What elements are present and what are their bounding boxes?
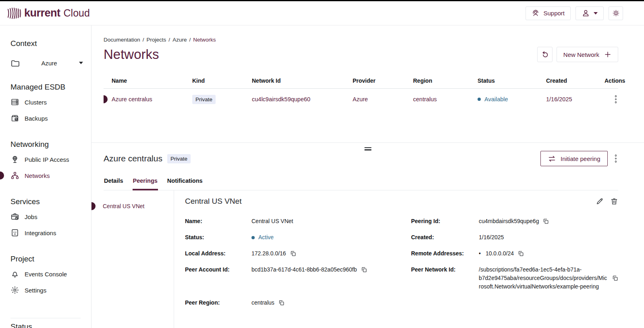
kind-badge: Private: [192, 95, 216, 104]
field-label-local-address: Local Address:: [185, 249, 251, 257]
bell-icon: [10, 270, 19, 278]
col-network-id: Network Id: [252, 77, 353, 84]
detail-tabs: Details Peerings Notifications: [104, 175, 618, 190]
peering-fields: Name: Central US VNet Peering Id: cu4mbd…: [185, 217, 618, 307]
copy-icon[interactable]: [290, 251, 296, 257]
detail-kind-badge: Private: [167, 154, 191, 163]
outlet-icon: [10, 228, 19, 237]
copy-icon[interactable]: [543, 218, 549, 224]
copy-icon[interactable]: [612, 275, 618, 281]
sidebar-item-backups[interactable]: Backups: [0, 110, 91, 126]
table-row[interactable]: Azure centralus Private cu4lc9airsdk59qu…: [104, 89, 618, 110]
status-section: Status: [0, 318, 91, 328]
initiate-peering-label: Initiate peering: [561, 155, 600, 162]
networking-heading: Networking: [10, 140, 91, 149]
networks-section: Documentation/Projects/Azure/Networks Ne…: [91, 25, 644, 142]
detail-kebab-icon[interactable]: [613, 153, 619, 164]
sidebar-item-label: Networks: [25, 172, 50, 179]
copy-icon[interactable]: [518, 251, 524, 257]
sidebar-item-jobs[interactable]: Jobs: [0, 209, 91, 225]
peering-list-item-label: Central US VNet: [103, 203, 144, 209]
status-heading: Status: [10, 322, 91, 328]
field-value-created: 1/16/2025: [479, 233, 618, 242]
peering-detail: Central US VNet: [174, 190, 644, 328]
sidebar-item-clusters[interactable]: Clusters: [0, 94, 91, 110]
field-label-status: Status:: [185, 233, 251, 241]
gear-icon: [10, 286, 19, 295]
context-heading: Context: [10, 39, 91, 48]
theme-toggle-button[interactable]: [609, 6, 623, 20]
sidebar-item-label: Public IP Access: [25, 156, 69, 163]
peering-heading: Central US VNet: [185, 197, 241, 206]
tab-details[interactable]: Details: [104, 175, 124, 190]
field-label-remote-addresses: Remote Addresses:: [411, 249, 479, 257]
field-label-peer-account-id: Peer Account Id:: [185, 265, 251, 274]
logo-suffix-text: Cloud: [64, 7, 90, 19]
initiate-peering-button[interactable]: Initiate peering: [540, 151, 607, 166]
cell-network-id: cu4lc9airsdk59qupe60: [252, 96, 353, 102]
new-network-label: New Network: [563, 51, 599, 58]
kurrent-cloud-logo[interactable]: kurrent Cloud: [7, 7, 90, 20]
field-value-peer-account-id: bcd1b37a-617d-4c61-8bb6-82a05ec960fb: [251, 265, 357, 274]
backups-icon: [10, 114, 19, 123]
folder-icon: [10, 58, 19, 67]
support-button[interactable]: Support: [526, 6, 571, 20]
sidebar-item-public-ip-access[interactable]: Public IP Access: [0, 151, 91, 167]
cell-name[interactable]: Azure centralus: [112, 96, 192, 102]
app-header: kurrent Cloud Support: [0, 1, 644, 25]
panel-divider: [91, 142, 644, 143]
logo-brand-text: kurrent: [24, 7, 60, 19]
row-actions-kebab-icon[interactable]: [613, 94, 619, 105]
breadcrumb-item-projects[interactable]: Projects: [147, 37, 166, 43]
clusters-icon: [10, 98, 19, 107]
field-label-name: Name:: [185, 217, 251, 225]
field-label-created: Created:: [411, 233, 479, 241]
briefcase-clock-icon: [10, 212, 19, 221]
field-value-remote-addresses: 10.0.0.0/24: [486, 249, 514, 258]
context-selector[interactable]: Azure: [10, 58, 83, 67]
col-actions: Actions: [605, 77, 625, 84]
sidebar-item-integrations[interactable]: Integrations: [0, 225, 91, 241]
field-value-status: Active: [258, 233, 274, 242]
edit-pencil-icon[interactable]: [596, 197, 604, 205]
peering-list-item[interactable]: Central US VNet: [91, 199, 174, 213]
status-dot: [478, 98, 481, 101]
col-created: Created: [546, 77, 605, 84]
managed-esdb-heading: Managed ESDB: [10, 83, 91, 92]
status-dot: [251, 236, 255, 239]
new-network-button[interactable]: New Network: [557, 47, 618, 62]
breadcrumb-item-documentation[interactable]: Documentation: [104, 37, 140, 43]
col-kind: Kind: [192, 77, 252, 84]
cell-created: 1/16/2025: [546, 96, 605, 102]
detail-title: Azure centralus: [104, 154, 162, 163]
active-indicator: [0, 171, 4, 180]
tab-peerings[interactable]: Peerings: [133, 175, 158, 190]
sidebar-item-label: Jobs: [25, 213, 37, 220]
field-label-peer-region: Peer Region:: [185, 299, 251, 307]
panel-resize-handle[interactable]: [364, 146, 372, 151]
project-heading: Project: [10, 255, 91, 263]
sidebar-item-networks[interactable]: Networks: [0, 167, 91, 184]
support-headset-icon: [532, 9, 540, 17]
field-value-peer-network-id: /subscriptions/fa7eed6a-1ec5-4efa-b71a-b…: [479, 265, 608, 291]
sidebar-item-label: Integrations: [25, 230, 56, 236]
breadcrumb-item-azure[interactable]: Azure: [172, 37, 187, 43]
plus-icon: [604, 51, 611, 58]
refresh-button[interactable]: [537, 47, 553, 62]
refresh-icon: [541, 50, 549, 58]
field-value-local-address: 172.28.0.0/16: [251, 249, 286, 258]
cell-provider: Azure: [353, 96, 413, 102]
delete-trash-icon[interactable]: [610, 197, 618, 205]
sidebar-item-settings[interactable]: Settings: [0, 282, 91, 298]
user-menu-button[interactable]: [575, 6, 604, 20]
cell-region: centralus: [413, 96, 478, 102]
selected-row-indicator: [104, 95, 108, 103]
sidebar-item-events-console[interactable]: Events Console: [0, 266, 91, 282]
tab-notifications[interactable]: Notifications: [167, 175, 203, 190]
field-value-peer-region: centralus: [251, 299, 274, 307]
col-region: Region: [413, 77, 478, 84]
copy-icon[interactable]: [361, 267, 367, 273]
status-badge: Available: [484, 96, 508, 102]
services-heading: Services: [10, 197, 91, 206]
copy-icon[interactable]: [278, 300, 285, 306]
